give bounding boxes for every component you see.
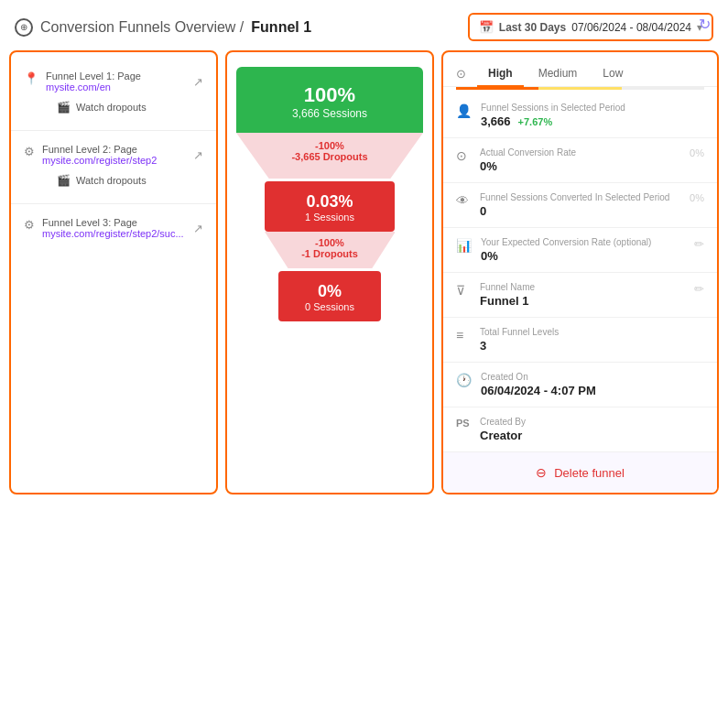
level-3-url[interactable]: mysite.com/register/step2/suc... [42,228,184,239]
refresh-icon[interactable]: ↻ [693,13,715,35]
funnel-chart: 100% 3,666 Sessions -100% -3,665 Dropout… [236,67,423,321]
stat-sessions-converted: 👁 Funnel Sessions Converted In Selected … [443,183,717,228]
eye-icon: 👁 [456,193,471,208]
dropout-area-1: -100% -3,665 Dropouts [236,133,423,181]
camera-icon-1: 🎬 [57,101,71,114]
stat-expected-value: 0% [481,249,498,263]
edit-expected-icon[interactable]: ✏ [694,237,704,251]
funnel-level-2: ⚙ Funnel Level 2: Page mysite.com/regist… [11,135,216,200]
quality-progress-bar [456,87,704,90]
stat-funnel-name-value: Funnel 1 [480,294,528,308]
progress-low [622,87,704,90]
stats-panel: ⊙ High Medium Low 👤 Funnel Sessions in S… [441,50,719,494]
level-3-label: Funnel Level 3: Page [42,217,184,228]
dropout-1-count: -3,665 Dropouts [236,151,423,162]
stat-created-on: 🕐 Created On 06/04/2024 - 4:07 PM [443,363,717,407]
stat-levels-value: 3 [480,339,486,353]
level-2-sessions: 1 Sessions [265,212,396,223]
stat-sessions-value: 3,666 [481,114,511,128]
plus-circle-icon: ⊕ [15,18,33,37]
progress-medium [538,87,621,90]
date-range-value: 07/06/2024 - 08/04/2024 [571,21,691,34]
delete-funnel-button[interactable]: ⊖ Delete funnel [536,465,625,480]
level-3-sessions: 0 Sessions [278,301,381,312]
stat-funnel-sessions: 👤 Funnel Sessions in Selected Period 3,6… [443,93,717,138]
stat-converted-right: 0% [690,192,704,203]
level-2-label: Funnel Level 2: Page [42,144,157,155]
external-link-icon-3[interactable]: ↗ [193,222,203,235]
tab-low[interactable]: Low [592,61,634,87]
stat-conversion-value: 0% [480,159,497,173]
funnel-icon: ⊽ [456,283,471,298]
level-2-pct: 0.03% [265,192,396,212]
stat-conversion-right: 0% [690,147,704,158]
level-1-sessions: 3,666 Sessions [236,107,423,120]
clock-icon: 🕐 [456,373,472,387]
dropout-1-pct: -100% [236,140,423,151]
calendar-icon: 📅 [479,20,494,34]
dropout-2-count: -1 Dropouts [265,248,396,259]
location-icon: 📍 [24,71,38,85]
person-icon: 👤 [456,103,472,118]
external-link-icon-1[interactable]: ↗ [193,75,203,89]
camera-icon-2: 🎬 [57,174,71,187]
tab-medium[interactable]: Medium [527,61,589,87]
watch-dropouts-btn-2[interactable]: 🎬 Watch dropouts [24,169,159,194]
watch-dropouts-btn-1[interactable]: 🎬 Watch dropouts [24,96,159,121]
stat-total-levels: ≡ Total Funnel Levels 3 [443,318,717,363]
funnel-levels-panel: 📍 Funnel Level 1: Page mysite.com/en ↗ 🎬… [9,50,218,494]
quality-icon: ⊙ [456,67,466,81]
stat-funnel-name: ⊽ Funnel Name Funnel 1 ✏ [443,273,717,318]
date-label: Last 30 Days [499,21,566,34]
edit-funnel-name-icon[interactable]: ✏ [694,282,704,296]
stat-created-by: PS Created By Creator [443,407,717,452]
location-icon-3: ⚙ [24,218,35,232]
stat-conversion-rate: ⊙ Actual Conversion Rate 0% 0% [443,138,717,183]
progress-high [456,87,538,90]
dropout-2-pct: -100% [265,237,396,248]
ps-icon: PS [456,418,471,429]
tab-high[interactable]: High [477,61,524,87]
stat-expected-conversion: 📊 Your Expected Conversion Rate (optiona… [443,228,717,273]
funnel-level-1: 📍 Funnel Level 1: Page mysite.com/en ↗ 🎬… [11,61,216,126]
stat-converted-value: 0 [480,204,486,218]
level-1-pct: 100% [236,83,423,107]
delete-label: Delete funnel [554,466,625,480]
delete-funnel-section: ⊖ Delete funnel [443,452,717,493]
location-icon-2: ⚙ [24,145,35,158]
level-3-pct: 0% [278,282,381,301]
dropout-area-2: -100% -1 Dropouts [265,232,396,271]
funnel-level-3: ⚙ Funnel Level 3: Page mysite.com/regist… [11,208,216,248]
list-icon: ≡ [456,328,471,342]
external-link-icon-2[interactable]: ↗ [193,148,203,162]
level-1-label: Funnel Level 1: Page [46,71,141,81]
stat-sessions-badge: +7.67% [518,116,553,127]
target-icon: ⊙ [456,148,471,163]
date-range-selector[interactable]: 📅 Last 30 Days 07/06/2024 - 08/04/2024 ▾ [468,13,713,41]
stat-created-by-value: Creator [480,429,522,442]
breadcrumb-prefix: Conversion Funnels Overview / [40,19,244,36]
level-2-url[interactable]: mysite.com/register/step2 [42,155,157,166]
funnel-visualization-panel: 100% 3,666 Sessions -100% -3,665 Dropout… [225,50,434,494]
stat-created-on-value: 06/04/2024 - 4:07 PM [481,384,596,397]
funnel-level-1-block: 100% 3,666 Sessions [236,67,423,133]
quality-tabs: ⊙ High Medium Low [443,52,717,87]
chart-icon: 📊 [456,238,472,253]
page-title: ⊕ Conversion Funnels Overview / Funnel 1 [15,18,311,37]
funnel-level-3-block: 0% 0 Sessions [278,271,381,321]
funnel-level-2-block: 0.03% 1 Sessions [265,181,396,232]
level-1-url[interactable]: mysite.com/en [46,81,141,92]
divider-2 [11,203,216,204]
delete-icon: ⊖ [536,465,547,480]
funnel-name-title: Funnel 1 [251,19,311,36]
divider-1 [11,130,216,131]
